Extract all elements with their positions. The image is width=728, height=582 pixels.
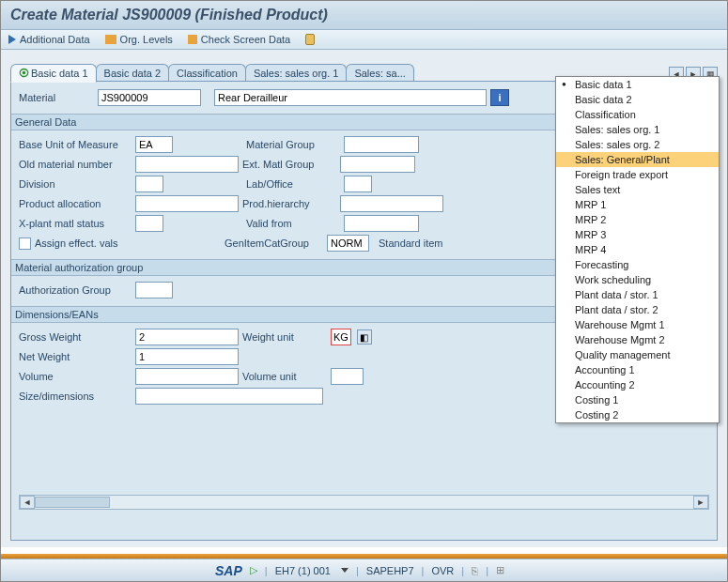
dropdown-item[interactable]: MRP 2: [556, 212, 719, 227]
material-group-field[interactable]: [344, 136, 419, 153]
dropdown-item[interactable]: Foreign trade export: [556, 167, 719, 182]
ext-matl-group-label: Ext. Matl Group: [242, 159, 336, 170]
arrow-right-icon: [8, 35, 16, 44]
product-alloc-field[interactable]: [135, 195, 239, 212]
app-toolbar: Additional Data Org. Levels Check Screen…: [1, 30, 727, 50]
gen-item-cat-desc: Standard item: [379, 237, 442, 249]
material-group-label: Material Group: [246, 139, 340, 150]
net-weight-label: Net Weight: [19, 351, 132, 362]
xplant-status-field[interactable]: [135, 215, 163, 232]
xplant-status-label: X-plant matl status: [19, 218, 132, 229]
product-alloc-label: Product allocation: [19, 198, 132, 209]
material-label: Material: [19, 92, 94, 103]
valid-from-field[interactable]: [344, 215, 419, 232]
scroll-thumb[interactable]: [35, 497, 110, 508]
size-dim-field[interactable]: [135, 388, 323, 405]
lab-office-field[interactable]: [344, 176, 372, 192]
status-icon-1[interactable]: ⎘: [472, 565, 478, 576]
division-field[interactable]: [135, 176, 163, 192]
dropdown-item[interactable]: Sales: General/Plant: [556, 152, 719, 167]
weight-unit-label: Weight unit: [242, 331, 327, 343]
lab-office-label: Lab/Office: [246, 178, 340, 190]
tab-active-icon: ⦿: [19, 68, 29, 79]
additional-data-label: Additional Data: [20, 34, 90, 45]
valid-from-label: Valid from: [246, 218, 340, 229]
dropdown-item[interactable]: Sales text: [556, 182, 719, 197]
status-mode: OVR: [431, 565, 454, 576]
tab-classification[interactable]: Classification: [168, 64, 246, 82]
check-screen-label: Check Screen Data: [201, 34, 290, 45]
play-icon[interactable]: ▷: [250, 564, 257, 576]
dropdown-item[interactable]: MRP 1: [556, 197, 719, 212]
dropdown-item[interactable]: MRP 3: [556, 227, 719, 242]
org-icon: [105, 35, 116, 44]
base-uom-field[interactable]: [135, 136, 173, 153]
status-server: SAPEHP7: [366, 565, 414, 576]
dropdown-item[interactable]: Sales: sales org. 1: [556, 122, 719, 137]
check-icon: [188, 35, 197, 44]
material-id-field[interactable]: [98, 89, 201, 106]
sap-logo: SAP: [215, 563, 242, 578]
old-material-field[interactable]: [135, 156, 239, 173]
gross-weight-field[interactable]: [135, 329, 239, 345]
tab-basic-data-2[interactable]: Basic data 2: [96, 64, 170, 82]
tab-sales-more[interactable]: Sales: sa...: [346, 64, 413, 82]
additional-data-button[interactable]: Additional Data: [8, 34, 90, 45]
tab-dropdown-list: Basic data 1Basic data 2ClassificationSa…: [555, 76, 720, 423]
dropdown-item[interactable]: MRP 4: [556, 242, 719, 257]
dropdown-item[interactable]: Costing 1: [556, 392, 719, 407]
gen-item-cat-field[interactable]: [327, 235, 369, 252]
horizontal-scrollbar[interactable]: ◄ ►: [19, 495, 709, 510]
scroll-track[interactable]: [35, 497, 693, 508]
dropdown-item[interactable]: Basic data 2: [556, 92, 719, 107]
assign-effect-checkbox[interactable]: [19, 237, 31, 250]
status-bar: SAP ▷ | EH7 (1) 001 | SAPEHP7 | OVR | ⎘ …: [1, 559, 727, 581]
assign-effect-label: Assign effect. vals: [35, 237, 138, 249]
dropdown-item[interactable]: Accounting 2: [556, 377, 719, 392]
scroll-left-button[interactable]: ◄: [20, 496, 35, 509]
volume-label: Volume: [19, 371, 132, 382]
gen-item-cat-label: GenItemCatGroup: [225, 237, 323, 249]
dropdown-item[interactable]: Basic data 1: [556, 77, 719, 92]
volume-unit-field[interactable]: [331, 368, 364, 385]
weight-unit-field[interactable]: KG: [331, 329, 351, 345]
tab-sales-org-1[interactable]: Sales: sales org. 1: [245, 64, 348, 82]
prod-hierarchy-label: Prod.hierarchy: [242, 198, 336, 209]
tab-basic-data-1[interactable]: ⦿Basic data 1: [10, 64, 97, 83]
dropdown-item[interactable]: Plant data / stor. 2: [556, 302, 719, 317]
status-icon-2[interactable]: ⊞: [496, 564, 504, 576]
org-levels-button[interactable]: Org. Levels: [105, 34, 173, 45]
material-desc-field[interactable]: [214, 89, 487, 106]
auth-group-field[interactable]: [135, 282, 173, 299]
dropdown-item[interactable]: Work scheduling: [556, 272, 719, 287]
lock-button[interactable]: [305, 34, 315, 45]
net-weight-field[interactable]: [135, 348, 239, 365]
tab-label: Basic data 1: [31, 68, 88, 79]
check-screen-button[interactable]: Check Screen Data: [188, 34, 290, 45]
dropdown-item[interactable]: Accounting 1: [556, 362, 719, 377]
dropdown-item[interactable]: Forecasting: [556, 257, 719, 272]
old-material-label: Old material number: [19, 159, 132, 170]
info-button[interactable]: i: [490, 89, 509, 106]
size-dim-label: Size/dimensions: [19, 391, 132, 402]
base-uom-label: Base Unit of Measure: [19, 139, 132, 150]
dropdown-item[interactable]: Costing 2: [556, 407, 719, 422]
dropdown-item[interactable]: Plant data / stor. 1: [556, 287, 719, 302]
chevron-down-icon[interactable]: [341, 568, 349, 573]
division-label: Division: [19, 178, 132, 190]
f4-help-button[interactable]: ◧: [357, 329, 372, 345]
dropdown-item[interactable]: Quality management: [556, 347, 719, 362]
dropdown-item[interactable]: Sales: sales org. 2: [556, 137, 719, 152]
org-levels-label: Org. Levels: [120, 34, 173, 45]
ext-matl-group-field[interactable]: [340, 156, 415, 173]
status-system[interactable]: EH7 (1) 001: [275, 565, 331, 576]
dropdown-item[interactable]: Classification: [556, 107, 719, 122]
volume-unit-label: Volume unit: [242, 371, 327, 382]
scroll-right-button[interactable]: ►: [693, 496, 708, 509]
volume-field[interactable]: [135, 368, 239, 385]
prod-hierarchy-field[interactable]: [340, 195, 443, 212]
auth-group-label: Authorization Group: [19, 284, 132, 296]
gross-weight-label: Gross Weight: [19, 331, 132, 343]
dropdown-item[interactable]: Warehouse Mgmt 2: [556, 332, 719, 347]
dropdown-item[interactable]: Warehouse Mgmt 1: [556, 317, 719, 332]
